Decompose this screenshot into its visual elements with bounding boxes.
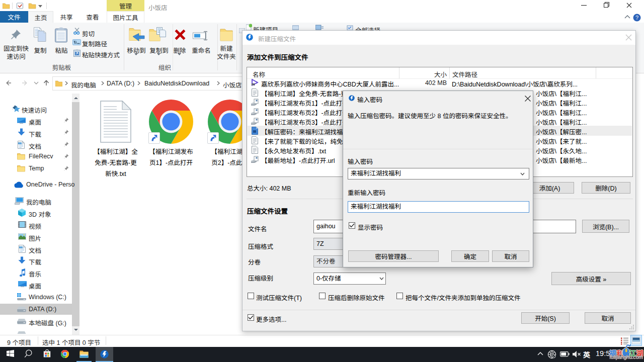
svg-text:?: ? (635, 15, 638, 21)
